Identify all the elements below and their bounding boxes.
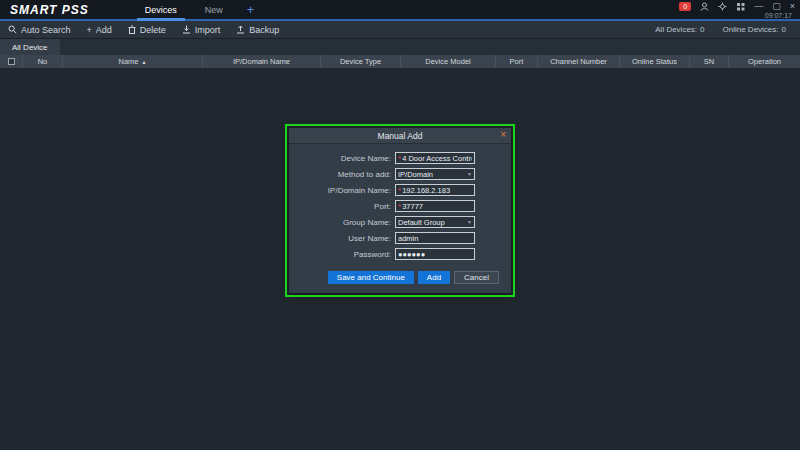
window-controls: 0 — ▢ × [679, 1, 795, 11]
sort-asc-icon: ▲ [142, 59, 147, 65]
all-devices-label: All Devices: [655, 25, 697, 34]
save-and-continue-button[interactable]: Save and Continue [328, 271, 414, 284]
manual-add-dialog: Manual Add × Device Name: * Method to ad… [289, 128, 511, 293]
dialog-buttons: Save and Continue Add Cancel [289, 268, 511, 293]
modules-icon[interactable] [736, 2, 745, 11]
minimize-button[interactable]: — [754, 1, 763, 11]
column-no[interactable]: No [22, 55, 62, 68]
app-window: SMART PSS Devices New + 0 — ▢ × 09:07:17 [0, 0, 800, 450]
user-name-label: User Name: [299, 234, 395, 243]
dialog-title-bar: Manual Add × [289, 128, 511, 144]
dialog-title: Manual Add [378, 131, 423, 141]
all-devices-counter: All Devices: 0 [655, 25, 704, 34]
method-to-add-label: Method to add: [299, 170, 395, 179]
method-to-add-select[interactable]: IP/Domain ▼ [395, 168, 475, 180]
backup-button[interactable]: Backup [236, 25, 279, 35]
password-label: Password: [299, 250, 395, 259]
delete-label: Delete [140, 25, 166, 35]
device-group-tabs: All Device [0, 39, 800, 55]
field-row-user-name: User Name: [299, 232, 501, 244]
select-all-cell [0, 55, 22, 68]
user-name-field-wrap [395, 232, 475, 244]
required-asterisk: * [398, 186, 401, 195]
method-to-add-value: IP/Domain [398, 170, 433, 179]
delete-button[interactable]: Delete [128, 25, 166, 35]
port-input[interactable] [402, 202, 472, 211]
ip-domain-label: IP/Domain Name: [299, 186, 395, 195]
import-label: Import [195, 25, 221, 35]
tab-devices[interactable]: Devices [131, 0, 191, 19]
import-button[interactable]: Import [182, 25, 221, 35]
group-name-label: Group Name: [299, 218, 395, 227]
backup-icon [236, 25, 245, 34]
device-name-label: Device Name: [299, 154, 395, 163]
device-name-field-wrap: * [395, 152, 475, 164]
close-button[interactable]: × [790, 1, 795, 11]
device-name-input[interactable] [402, 154, 472, 163]
column-name[interactable]: Name ▲ [62, 55, 202, 68]
device-counters: All Devices: 0 Online Devices: 0 [655, 25, 792, 34]
column-device-model[interactable]: Device Model [400, 55, 495, 68]
add-button[interactable]: + Add [87, 25, 112, 35]
dialog-close-icon[interactable]: × [500, 129, 506, 140]
settings-icon[interactable] [718, 2, 727, 11]
select-all-checkbox[interactable] [8, 58, 15, 65]
column-port[interactable]: Port [495, 55, 537, 68]
field-row-port: Port: * [299, 200, 501, 212]
column-device-type[interactable]: Device Type [320, 55, 400, 68]
required-asterisk: * [398, 154, 401, 163]
maximize-button[interactable]: ▢ [772, 1, 781, 11]
online-devices-count: 0 [782, 25, 786, 34]
password-field-wrap [395, 248, 475, 260]
field-row-device-name: Device Name: * [299, 152, 501, 164]
device-toolbar: Auto Search + Add Delete Import Backup [0, 21, 800, 39]
plus-icon: + [87, 25, 92, 35]
column-operation[interactable]: Operation [728, 55, 800, 68]
chevron-down-icon: ▼ [467, 171, 472, 177]
column-name-label: Name [119, 57, 139, 66]
port-label: Port: [299, 202, 395, 211]
column-ip-domain[interactable]: IP/Domain Name [202, 55, 320, 68]
chevron-down-icon: ▼ [467, 219, 472, 225]
app-logo: SMART PSS [0, 0, 101, 19]
field-row-group-name: Group Name: Default Group ▼ [299, 216, 501, 228]
field-row-password: Password: [299, 248, 501, 260]
password-input[interactable] [398, 250, 472, 259]
clock-display: 09:07:17 [765, 12, 792, 19]
dialog-body: Device Name: * Method to add: IP/Domain … [289, 144, 511, 268]
online-devices-counter: Online Devices: 0 [723, 25, 786, 34]
new-tab-button[interactable]: + [237, 0, 265, 19]
user-name-input[interactable] [398, 234, 472, 243]
column-online-status[interactable]: Online Status [619, 55, 689, 68]
online-devices-label: Online Devices: [723, 25, 779, 34]
all-devices-count: 0 [700, 25, 704, 34]
field-row-method: Method to add: IP/Domain ▼ [299, 168, 501, 180]
tab-all-device[interactable]: All Device [0, 39, 60, 55]
column-sn[interactable]: SN [689, 55, 728, 68]
backup-label: Backup [249, 25, 279, 35]
port-field-wrap: * [395, 200, 475, 212]
user-icon[interactable] [700, 2, 709, 11]
ip-domain-input[interactable] [402, 186, 472, 195]
auto-search-label: Auto Search [21, 25, 71, 35]
cancel-button[interactable]: Cancel [454, 271, 499, 284]
column-channel-number[interactable]: Channel Number [537, 55, 619, 68]
title-bar: SMART PSS Devices New + 0 — ▢ × 09:07:17 [0, 0, 800, 21]
add-device-button[interactable]: Add [418, 271, 450, 284]
tab-new[interactable]: New [191, 0, 237, 19]
main-tabs: Devices New + [131, 0, 265, 19]
add-label: Add [96, 25, 112, 35]
search-icon [8, 25, 17, 34]
trash-icon [128, 25, 136, 34]
field-row-ip-domain: IP/Domain Name: * [299, 184, 501, 196]
required-asterisk: * [398, 202, 401, 211]
device-table-header: No Name ▲ IP/Domain Name Device Type Dev… [0, 55, 800, 68]
import-icon [182, 25, 191, 34]
group-name-value: Default Group [398, 218, 445, 227]
alarm-badge[interactable]: 0 [679, 2, 691, 11]
ip-domain-field-wrap: * [395, 184, 475, 196]
auto-search-button[interactable]: Auto Search [8, 25, 71, 35]
group-name-select[interactable]: Default Group ▼ [395, 216, 475, 228]
